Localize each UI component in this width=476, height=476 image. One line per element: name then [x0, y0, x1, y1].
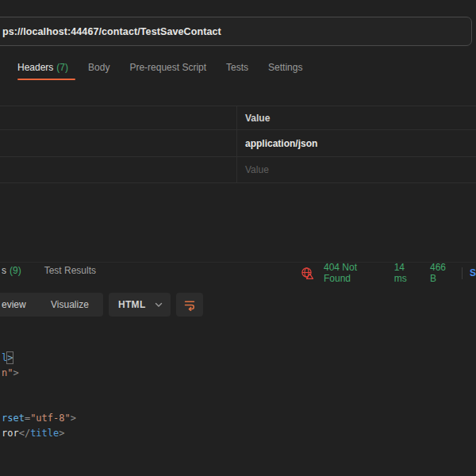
code-line: [2, 456, 476, 471]
response-body-editor[interactable]: l>n">rset="utf-8">ror</title>ot GET /con…: [2, 321, 476, 476]
code-line: [2, 441, 476, 456]
response-tab-bar: s (9) Test Results 404 Not Found 14 ms 4…: [0, 265, 476, 282]
key-column-header: [0, 106, 236, 129]
key-cell[interactable]: [0, 157, 236, 182]
key-cell[interactable]: [0, 130, 236, 156]
response-tab-headers-partial[interactable]: s: [2, 265, 6, 276]
value-cell-empty[interactable]: Value: [236, 157, 476, 182]
code-line: ror</title>: [2, 426, 476, 441]
code-line: [2, 381, 476, 396]
chevron-down-icon: [155, 302, 163, 308]
url-value: ps://localhost:44467/contact/TestSaveCon…: [2, 26, 221, 37]
url-input[interactable]: ps://localhost:44467/contact/TestSaveCon…: [0, 17, 472, 46]
tab-body[interactable]: Body: [88, 62, 109, 73]
value-cell[interactable]: application/json: [236, 130, 476, 156]
active-tab-underline: [17, 79, 75, 80]
word-wrap-icon: [183, 298, 196, 311]
code-line: [2, 471, 476, 476]
code-line: [2, 396, 476, 411]
format-dropdown[interactable]: HTML: [109, 293, 171, 317]
response-size: 466 B: [430, 262, 453, 284]
tab-pre-request-script[interactable]: Pre-request Script: [129, 62, 206, 73]
code-line: rset="utf-8">: [2, 411, 476, 426]
view-visualize-button[interactable]: Visualize: [51, 299, 89, 310]
tab-settings[interactable]: Settings: [268, 62, 302, 73]
response-headers-count-badge[interactable]: (9): [10, 265, 21, 276]
save-response-button[interactable]: S: [470, 267, 476, 278]
table-row: Value: [0, 157, 476, 183]
status-badge: 404 Not Found: [324, 262, 382, 284]
tab-tests[interactable]: Tests: [226, 62, 248, 73]
view-preview-button[interactable]: eview: [2, 299, 26, 310]
globe-warning-icon[interactable]: [301, 267, 314, 280]
table-row: application/json: [0, 130, 476, 157]
word-wrap-button[interactable]: [176, 293, 203, 317]
code-line: n">: [2, 366, 476, 381]
response-time: 14 ms: [394, 262, 418, 284]
value-column-header: Value: [236, 106, 476, 129]
tab-headers[interactable]: Headers(7): [17, 62, 68, 73]
response-view-switcher: eview Visualize: [0, 293, 103, 317]
response-tab-test-results[interactable]: Test Results: [44, 265, 96, 276]
table-header-row: Value: [0, 106, 476, 130]
code-lines: l>n">rset="utf-8">ror</title>ot GET /con…: [2, 351, 476, 476]
code-line: l>: [2, 351, 476, 366]
headers-count-badge: (7): [56, 62, 68, 73]
response-meta: 404 Not Found 14 ms 466 B S: [301, 265, 476, 281]
headers-table: Value application/json Value: [0, 106, 476, 183]
meta-divider: [462, 267, 463, 279]
request-tabs: Headers(7) Body Pre-request Script Tests…: [17, 62, 302, 73]
